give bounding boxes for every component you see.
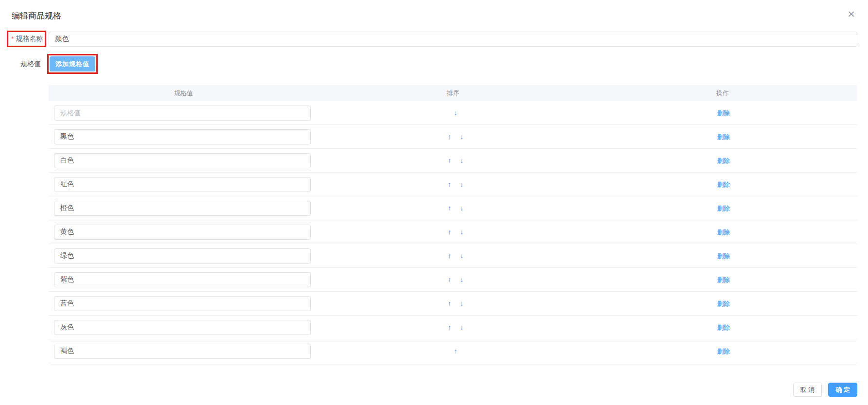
spec-name-label: 规格名称 xyxy=(16,35,43,43)
move-down-icon[interactable]: ↓ xyxy=(460,276,463,283)
spec-value-input[interactable] xyxy=(54,296,311,311)
move-up-icon[interactable]: ↑ xyxy=(454,347,458,355)
spec-name-form-item: * 规格名称 xyxy=(0,31,868,47)
edit-spec-dialog: 编辑商品规格 × * 规格名称 规格值 添加规格值 规格值 排序 操作 ↑ ↓ … xyxy=(0,0,868,405)
column-header-spec-value: 规格值 xyxy=(49,89,318,98)
delete-link[interactable]: 删除 xyxy=(717,157,730,164)
table-row: ↑ ↓ 删除 xyxy=(49,149,857,173)
operation-cell: 删除 xyxy=(589,108,857,118)
sort-cell: ↑ ↓ xyxy=(322,133,590,141)
table-row: ↑ ↓ 删除 xyxy=(49,268,857,292)
operation-cell: 删除 xyxy=(589,323,857,332)
table-row: ↑ ↓ 删除 xyxy=(49,292,857,316)
spec-value-cell xyxy=(49,296,322,311)
table-row: ↑ ↓ 删除 xyxy=(49,316,857,339)
operation-cell: 删除 xyxy=(589,275,857,284)
operation-cell: 删除 xyxy=(589,347,857,356)
operation-cell: 删除 xyxy=(589,180,857,189)
spec-value-cell xyxy=(49,225,322,240)
operation-cell: 删除 xyxy=(589,156,857,165)
spec-value-input[interactable] xyxy=(54,272,311,287)
move-down-icon[interactable]: ↓ xyxy=(460,133,463,141)
move-up-icon[interactable]: ↑ xyxy=(448,228,451,236)
sort-cell: ↑ ↓ xyxy=(322,276,590,283)
spec-value-input[interactable] xyxy=(54,153,311,168)
sort-cell: ↑ ↓ xyxy=(322,180,590,188)
spec-value-cell xyxy=(49,272,322,287)
spec-value-cell xyxy=(49,201,322,216)
sort-cell: ↑ ↓ xyxy=(322,157,590,164)
spec-value-input[interactable] xyxy=(54,177,311,192)
delete-link[interactable]: 删除 xyxy=(717,109,730,117)
delete-link[interactable]: 删除 xyxy=(717,133,730,141)
spec-value-cell xyxy=(49,177,322,192)
spec-value-input[interactable] xyxy=(54,344,311,359)
spec-value-cell xyxy=(49,153,322,168)
table-row: ↑ ↓ 删除 xyxy=(49,339,857,363)
add-spec-value-button[interactable]: 添加规格值 xyxy=(50,56,95,71)
table-row: ↑ ↓ 删除 xyxy=(49,244,857,268)
operation-cell: 删除 xyxy=(589,299,857,308)
delete-link[interactable]: 删除 xyxy=(717,324,730,331)
move-up-icon[interactable]: ↑ xyxy=(448,323,451,331)
spec-name-input[interactable] xyxy=(49,32,857,47)
move-up-icon[interactable]: ↑ xyxy=(448,180,451,188)
delete-link[interactable]: 删除 xyxy=(717,205,730,212)
dialog-header: 编辑商品规格 × xyxy=(0,0,868,21)
table-row: ↑ ↓ 删除 xyxy=(49,196,857,220)
required-asterisk-icon: * xyxy=(11,35,14,43)
dialog-footer: 取 消 确 定 xyxy=(0,383,857,397)
dialog-title: 编辑商品规格 xyxy=(12,11,61,20)
operation-cell: 删除 xyxy=(589,228,857,237)
sort-cell: ↑ ↓ xyxy=(322,299,590,307)
move-down-icon[interactable]: ↓ xyxy=(460,252,463,260)
delete-link[interactable]: 删除 xyxy=(717,252,730,260)
delete-link[interactable]: 删除 xyxy=(717,229,730,236)
move-down-icon[interactable]: ↓ xyxy=(460,157,463,164)
spec-value-cell xyxy=(49,248,322,264)
spec-name-label-annotation-box: * 规格名称 xyxy=(7,31,46,47)
spec-value-input[interactable] xyxy=(54,129,311,144)
column-header-operation: 操作 xyxy=(588,89,857,98)
cancel-button[interactable]: 取 消 xyxy=(793,383,822,397)
spec-value-cell xyxy=(49,344,322,359)
spec-value-input[interactable] xyxy=(54,248,311,264)
move-down-icon[interactable]: ↓ xyxy=(460,204,463,212)
column-header-sort: 排序 xyxy=(318,89,587,98)
table-body: ↑ ↓ 删除 ↑ ↓ 删除 ↑ ↓ 删除 xyxy=(49,101,857,363)
sort-cell: ↑ ↓ xyxy=(322,252,590,260)
move-up-icon[interactable]: ↑ xyxy=(448,133,451,141)
move-up-icon[interactable]: ↑ xyxy=(448,276,451,283)
move-down-icon[interactable]: ↓ xyxy=(460,228,463,236)
sort-cell: ↑ ↓ xyxy=(322,228,590,236)
move-down-icon[interactable]: ↓ xyxy=(460,180,463,188)
operation-cell: 删除 xyxy=(589,251,857,261)
delete-link[interactable]: 删除 xyxy=(717,276,730,283)
table-header-row: 规格值 排序 操作 xyxy=(49,85,857,101)
move-up-icon[interactable]: ↑ xyxy=(448,157,451,164)
move-down-icon[interactable]: ↓ xyxy=(460,299,463,307)
spec-value-input[interactable] xyxy=(54,106,311,121)
move-up-icon[interactable]: ↑ xyxy=(448,204,451,212)
spec-value-cell xyxy=(49,320,322,335)
spec-value-input[interactable] xyxy=(54,201,311,216)
close-icon[interactable]: × xyxy=(847,9,855,18)
spec-value-cell xyxy=(49,106,322,121)
operation-cell: 删除 xyxy=(589,204,857,213)
spec-value-input[interactable] xyxy=(54,225,311,240)
delete-link[interactable]: 删除 xyxy=(717,181,730,188)
sort-cell: ↑ ↓ xyxy=(322,347,590,355)
delete-link[interactable]: 删除 xyxy=(717,348,730,355)
spec-value-input[interactable] xyxy=(54,320,311,335)
spec-values-table: 规格值 排序 操作 ↑ ↓ 删除 ↑ ↓ 删除 xyxy=(49,85,857,363)
move-up-icon[interactable]: ↑ xyxy=(448,252,451,260)
sort-cell: ↑ ↓ xyxy=(322,204,590,212)
move-down-icon[interactable]: ↓ xyxy=(460,323,463,331)
delete-link[interactable]: 删除 xyxy=(717,300,730,307)
sort-cell: ↑ ↓ xyxy=(322,109,590,117)
confirm-button[interactable]: 确 定 xyxy=(828,383,857,397)
move-up-icon[interactable]: ↑ xyxy=(448,299,451,307)
move-down-icon[interactable]: ↓ xyxy=(454,109,458,117)
add-button-annotation-box: 添加规格值 xyxy=(47,54,98,74)
table-row: ↑ ↓ 删除 xyxy=(49,173,857,196)
